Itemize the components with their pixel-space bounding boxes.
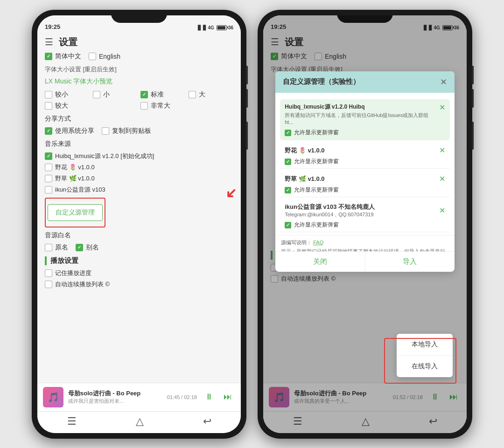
- modal-close-action-btn[interactable]: 关闭: [275, 252, 364, 272]
- battery-pct: 36: [228, 25, 233, 30]
- original-name-checkbox[interactable]: [45, 244, 52, 251]
- lte-label: 4G: [208, 25, 214, 30]
- font-size-larger[interactable]: 较大: [45, 102, 138, 110]
- notch: [111, 10, 167, 23]
- source-wildflower-header: 野花 🌷 v1.0.0 ✕: [285, 146, 445, 155]
- source-ikun-checkbox[interactable]: [45, 186, 52, 193]
- source-wildflower-checkbox[interactable]: [45, 164, 52, 171]
- source-item-wildgrass[interactable]: 野草 🌿 v1.0.0: [45, 174, 233, 183]
- original-name-option[interactable]: 原名: [45, 243, 68, 252]
- font-size-large-checkbox[interactable]: [189, 91, 196, 98]
- source-huibq-title: Huibq_lxmusic源 v1.2.0 Huibq: [285, 103, 435, 111]
- source-ikun-allow-row: 允许显示更新弹窗: [285, 221, 445, 229]
- remember-progress-option[interactable]: 记住播放进度: [45, 269, 233, 277]
- source-card-huibq-header: Huibq_lxmusic源 v1.2.0 Huibq 所有通知访问下方域名，反…: [285, 103, 445, 126]
- battery-icon: [217, 25, 227, 30]
- clipboard-checkbox[interactable]: [102, 127, 109, 135]
- source-item-ikun[interactable]: ikun公益音源 v103: [45, 186, 233, 194]
- nav-back-btn[interactable]: ↩: [203, 415, 211, 427]
- faq-link[interactable]: FAQ: [313, 240, 323, 245]
- right-volume-up-btn[interactable]: [472, 66, 474, 84]
- remember-progress-checkbox[interactable]: [45, 269, 52, 277]
- auto-playlist-checkbox[interactable]: [45, 281, 52, 288]
- alias-checkbox[interactable]: [76, 244, 83, 251]
- source-wildflower-allow-checkbox[interactable]: [285, 159, 291, 165]
- source-wildgrass-checkbox[interactable]: [45, 175, 52, 182]
- source-huibq-allow-row: 允许显示更新弹窗: [285, 129, 445, 137]
- font-size-options-row1: 较小 小 标准 大: [45, 90, 233, 99]
- source-huibq-allow-checkbox[interactable]: [285, 130, 291, 136]
- source-wildgrass-allow-checkbox[interactable]: [285, 187, 291, 193]
- source-item-wildflower[interactable]: 野花 🌷 v1.0.0: [45, 163, 233, 172]
- left-phone: 19:25 ▊ ▊ 4G 36 ☰ 设置: [32, 10, 246, 439]
- source-card-wildgrass: 野草 🌿 v1.0.0 ✕ 允许显示更新弹窗: [280, 172, 450, 197]
- font-size-standard[interactable]: 标准: [140, 90, 186, 99]
- font-size-larger-checkbox[interactable]: [45, 102, 52, 110]
- nav-home-btn[interactable]: △: [136, 415, 144, 427]
- music-source-list: Huibq_lxmusic源 v1.2.0 [初始化成功] 野花 🌷 v1.0.…: [45, 152, 233, 194]
- volume-down-btn[interactable]: [246, 89, 248, 108]
- source-huibq-remove-btn[interactable]: ✕: [439, 103, 445, 112]
- font-size-large[interactable]: 大: [189, 90, 234, 99]
- status-time: 19:25: [45, 23, 60, 30]
- song-name-row: 原名 别名: [45, 243, 233, 252]
- font-size-medium-small[interactable]: 小: [93, 90, 138, 99]
- english-option[interactable]: English: [89, 53, 120, 60]
- font-size-medium-small-checkbox[interactable]: [93, 91, 100, 98]
- font-size-very-large[interactable]: 非常大: [140, 102, 233, 110]
- source-wildflower-title: 野花 🌷 v1.0.0: [285, 146, 324, 155]
- online-import-option[interactable]: 在线导入: [397, 356, 453, 377]
- source-ikun-allow-checkbox[interactable]: [285, 222, 291, 228]
- font-size-small-checkbox[interactable]: [45, 91, 52, 98]
- source-wildgrass-allow-label: 允许显示更新弹窗: [294, 186, 339, 194]
- alias-option[interactable]: 别名: [76, 243, 99, 252]
- clipboard-option[interactable]: 复制到剪贴板: [102, 127, 151, 135]
- source-huibq-checkbox[interactable]: [45, 152, 52, 160]
- system-share-label: 使用系统分享: [55, 127, 94, 135]
- right-power-btn[interactable]: [472, 122, 474, 150]
- custom-source-btn[interactable]: 自定义源管理: [48, 204, 103, 221]
- play-pause-btn[interactable]: ⏸: [202, 390, 217, 405]
- status-icons: ▊ ▊ 4G 36: [198, 25, 233, 30]
- custom-source-btn-wrapper: 自定义源管理: [45, 198, 105, 227]
- custom-source-modal: 自定义源管理（实验性） ✕ Huibq_lxmusic源 v1.2.0 Huib…: [275, 71, 455, 272]
- source-wildflower-allow-row: 允许显示更新弹窗: [285, 158, 445, 165]
- source-card-huibq-info: Huibq_lxmusic源 v1.2.0 Huibq 所有通知访问下方域名，反…: [285, 103, 435, 126]
- font-size-very-large-checkbox[interactable]: [140, 102, 148, 110]
- share-method-label: 分享方式: [45, 115, 233, 123]
- source-item-huibq[interactable]: Huibq_lxmusic源 v1.2.0 [初始化成功]: [45, 152, 233, 160]
- right-phone-screen: 19:25 ▊ ▊ 4G 36 ☰ 设置 简体中文: [263, 15, 467, 433]
- modal-overlay: 自定义源管理（实验性） ✕ Huibq_lxmusic源 v1.2.0 Huib…: [263, 15, 467, 433]
- system-share-option[interactable]: 使用系统分享: [45, 127, 94, 135]
- volume-up-btn[interactable]: [246, 66, 248, 84]
- source-ikun-title: ikun公益音源 v103 不知名纯鹿人: [285, 203, 375, 211]
- font-size-section-label: 字体大小设置 [重启后生效]: [45, 65, 233, 74]
- bottom-player: 🎵 母胎solo进行曲 - Bo Peep 或许我只是害怕面对未... 01:4…: [37, 383, 241, 411]
- modal-actions: 关闭 导入: [275, 251, 455, 272]
- modal-close-btn[interactable]: ✕: [440, 77, 447, 87]
- source-ikun-header: ikun公益音源 v103 不知名纯鹿人 Telegram:@ikun0014，…: [285, 203, 445, 218]
- nav-menu-btn[interactable]: ☰: [67, 415, 77, 427]
- source-wildgrass-remove-btn[interactable]: ✕: [439, 174, 445, 183]
- left-phone-screen: 19:25 ▊ ▊ 4G 36 ☰ 设置: [37, 15, 241, 433]
- modal-import-btn[interactable]: 导入: [365, 252, 455, 272]
- source-wildflower-remove-btn[interactable]: ✕: [439, 146, 445, 155]
- font-size-small[interactable]: 较小: [45, 90, 90, 99]
- font-size-standard-checkbox[interactable]: [140, 91, 148, 98]
- alias-label: 别名: [86, 243, 99, 252]
- custom-source-container: ➜ 自定义源管理: [45, 198, 233, 227]
- simplified-chinese-option[interactable]: 简体中文: [45, 52, 81, 61]
- simplified-chinese-checkbox[interactable]: [45, 53, 52, 60]
- menu-icon[interactable]: ☰: [45, 36, 53, 48]
- power-btn[interactable]: [246, 122, 248, 150]
- english-checkbox[interactable]: [89, 53, 96, 60]
- next-btn[interactable]: ⏭: [220, 390, 235, 405]
- system-share-checkbox[interactable]: [45, 127, 52, 135]
- local-import-option[interactable]: 本地导入: [397, 334, 453, 356]
- auto-playlist-option[interactable]: 自动连续播放列表 ©: [45, 280, 233, 289]
- modal-body: Huibq_lxmusic源 v1.2.0 Huibq 所有通知访问下方域名，反…: [275, 93, 455, 251]
- right-volume-down-btn[interactable]: [472, 89, 474, 108]
- settings-content: 简体中文 English 字体大小设置 [重启后生效] LX Music 字体大…: [37, 52, 241, 383]
- source-ikun-remove-btn[interactable]: ✕: [439, 206, 445, 215]
- source-ikun-desc: Telegram:@ikun0014，QQ:607047319: [285, 211, 375, 218]
